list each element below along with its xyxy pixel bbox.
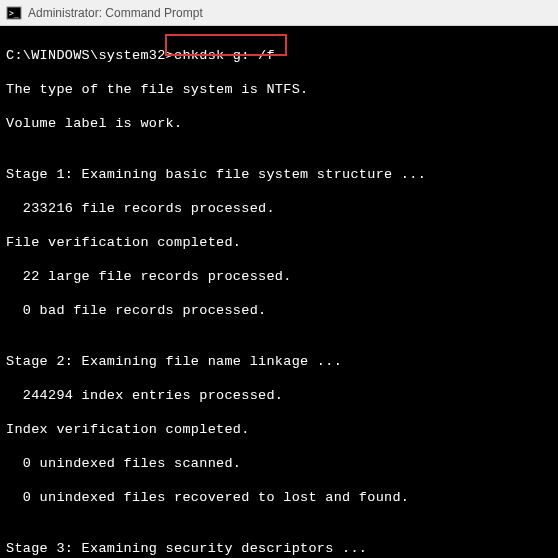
prompt: C:\WINDOWS\system32> <box>6 48 174 63</box>
cmd-icon: >_ <box>6 5 22 21</box>
titlebar[interactable]: >_ Administrator: Command Prompt <box>0 0 558 26</box>
terminal-output[interactable]: C:\WINDOWS\system32>chkdsk g: /f The typ… <box>0 26 558 558</box>
output-line: Stage 2: Examining file name linkage ... <box>6 353 552 370</box>
output-line: Stage 3: Examining security descriptors … <box>6 540 552 557</box>
command-text: chkdsk g: /f <box>174 48 275 63</box>
output-line: Volume label is work. <box>6 115 552 132</box>
output-line: 0 unindexed files recovered to lost and … <box>6 489 552 506</box>
output-line: 22 large file records processed. <box>6 268 552 285</box>
output-line: Stage 1: Examining basic file system str… <box>6 166 552 183</box>
output-line: 244294 index entries processed. <box>6 387 552 404</box>
output-line: Index verification completed. <box>6 421 552 438</box>
window-title: Administrator: Command Prompt <box>28 6 203 20</box>
output-line: 233216 file records processed. <box>6 200 552 217</box>
output-line: 0 unindexed files scanned. <box>6 455 552 472</box>
output-line: File verification completed. <box>6 234 552 251</box>
output-line: 0 bad file records processed. <box>6 302 552 319</box>
output-line: The type of the file system is NTFS. <box>6 81 552 98</box>
svg-text:>_: >_ <box>9 9 19 18</box>
